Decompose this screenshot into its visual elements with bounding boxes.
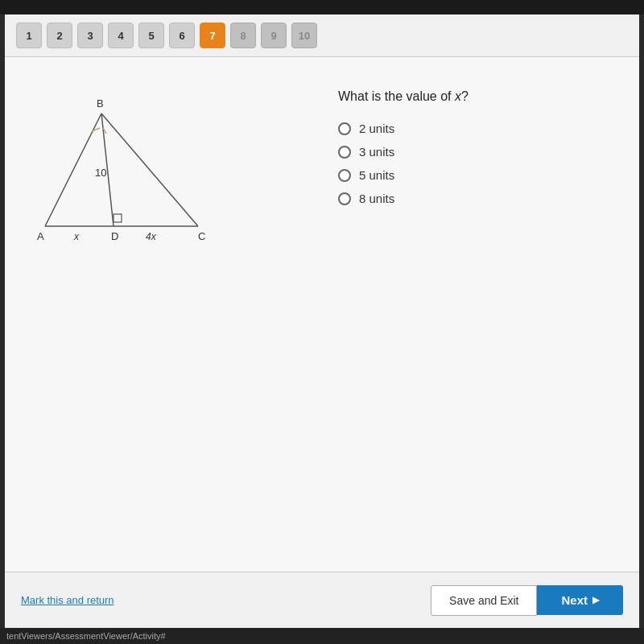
question-nav-btn-9[interactable]: 9 [261,23,287,48]
radio-3[interactable] [338,169,351,182]
question-nav-btn-2[interactable]: 2 [47,23,72,48]
diagram-section: B A C D x 4x 10 [37,81,306,547]
option-2-label: 3 units [359,145,394,159]
radio-2[interactable] [338,146,351,159]
top-bar [0,0,644,14]
question-section: What is the value of x? 2 units 3 units … [338,81,607,547]
triangle-diagram: B A C D x 4x 10 [37,89,214,254]
svg-text:x: x [73,231,80,242]
question-nav: 12345678910 [5,14,639,57]
svg-text:D: D [111,230,118,242]
question-nav-btn-6[interactable]: 6 [169,23,195,48]
question-nav-btn-5[interactable]: 5 [138,23,164,48]
question-title: What is the value of x? [338,89,607,104]
option-4[interactable]: 8 units [338,192,607,205]
bottom-right-buttons: Save and Exit Next [431,585,623,616]
save-exit-button[interactable]: Save and Exit [431,585,537,616]
question-nav-btn-8[interactable]: 8 [230,23,256,48]
question-nav-btn-1[interactable]: 1 [16,23,42,48]
option-1[interactable]: 2 units [338,122,607,135]
question-nav-btn-3[interactable]: 3 [77,23,103,48]
svg-rect-4 [114,214,122,222]
svg-text:4x: 4x [146,231,157,242]
question-nav-btn-7[interactable]: 7 [200,23,225,48]
radio-4[interactable] [338,192,351,205]
radio-1[interactable] [338,122,351,135]
svg-text:10: 10 [95,167,106,179]
url-text: tentViewers/AssessmentViewer/Activity# [6,631,166,641]
main-wrapper: 12345678910 [5,14,639,628]
option-4-label: 8 units [359,192,394,205]
bottom-bar: Mark this and return Save and Exit Next [5,572,639,628]
svg-text:C: C [198,230,205,242]
options-list: 2 units 3 units 5 units 8 units [338,122,607,205]
question-nav-btn-4[interactable]: 4 [108,23,134,48]
option-3-label: 5 units [359,168,394,182]
svg-line-1 [101,114,198,226]
option-3[interactable]: 5 units [338,168,607,182]
option-1-label: 2 units [359,122,394,135]
url-bar: tentViewers/AssessmentViewer/Activity# [0,628,644,644]
mark-return-link[interactable]: Mark this and return [21,594,114,606]
svg-text:A: A [37,230,44,242]
option-2[interactable]: 3 units [338,145,607,159]
svg-text:B: B [97,97,104,109]
question-nav-btn-10[interactable]: 10 [291,23,317,48]
next-button[interactable]: Next [537,585,623,615]
question-var: x [455,89,461,103]
content-area: B A C D x 4x 10 What is the [5,57,639,572]
